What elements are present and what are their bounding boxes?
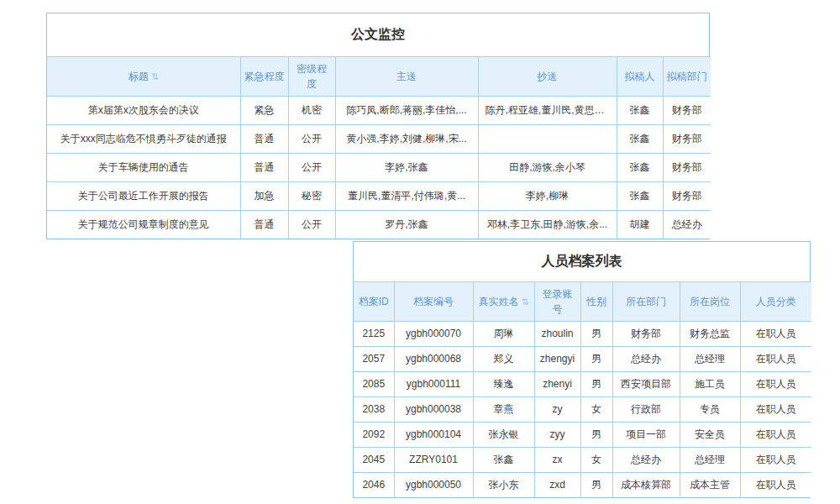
p-col-no: 档案编号 bbox=[394, 282, 473, 322]
p-cell-category: 在职人员 bbox=[740, 473, 811, 498]
p-cell-post: 成本主管 bbox=[680, 473, 740, 498]
p-cell-post: 专员 bbox=[680, 397, 740, 423]
personnel-header-row: 档案ID 档案编号 真实姓名⇅ 登录账号 性别 所在部门 所在岗位 人员分类 bbox=[354, 282, 811, 322]
doc-monitor-table: 标题⇅ 紧急程度 密级程度 主送 抄送 拟稿人 拟稿部门 第x届第x次股东会的决… bbox=[47, 57, 711, 239]
p-name-link[interactable]: 张小东 bbox=[473, 473, 534, 498]
p-cell-category: 在职人员 bbox=[740, 423, 811, 448]
doc-cell-dept: 财务部 bbox=[663, 154, 711, 182]
doc-cell-dept: 总经办 bbox=[663, 211, 711, 239]
p-name-link[interactable]: 郑义 bbox=[473, 347, 534, 372]
doc-cell-cc bbox=[478, 125, 617, 154]
p-cell-account: zx bbox=[534, 448, 580, 473]
p-col-name[interactable]: 真实姓名⇅ bbox=[473, 282, 534, 322]
doc-cell-cc: 邓林,李卫东,田静,游恢,余... bbox=[478, 211, 617, 239]
p-cell-account: zhengyi bbox=[534, 347, 580, 372]
doc-title-link[interactable]: 关于规范公司规章制度的意见 bbox=[47, 211, 240, 239]
p-name-link[interactable]: 章燕 bbox=[473, 397, 534, 423]
p-cell-gender: 男 bbox=[580, 423, 612, 448]
doc-cell-drafter: 张鑫 bbox=[617, 125, 663, 154]
p-cell-id: 2046 bbox=[354, 473, 394, 498]
p-name-link[interactable]: 张永银 bbox=[473, 423, 534, 448]
doc-title-link[interactable]: 关于xxx同志临危不惧勇斗歹徒的通报 bbox=[47, 125, 240, 154]
p-col-id: 档案ID bbox=[354, 282, 394, 322]
table-row: 2045 ZZRY0101 张鑫 zx 女 总经办 总经理 在职人员 bbox=[354, 448, 811, 473]
doc-col-security: 密级程度 bbox=[288, 57, 335, 97]
p-name-link[interactable]: 臻逸 bbox=[473, 372, 534, 397]
table-row: 关于公司最近工作开展的报告 加急 秘密 董川民,董清平,付伟璐,黄... 李婷,… bbox=[47, 182, 711, 211]
doc-cell-cc: 陈丹,程亚雄,董川民,黄思璐... bbox=[478, 97, 617, 125]
doc-cell-security: 公开 bbox=[288, 211, 335, 239]
doc-cell-security: 公开 bbox=[288, 154, 335, 182]
p-cell-post: 总经理 bbox=[680, 448, 740, 473]
p-cell-id: 2085 bbox=[354, 372, 394, 397]
doc-cell-urgency: 紧急 bbox=[240, 97, 288, 125]
table-row: 关于车辆使用的通告 普通 公开 李婷,张鑫 田静,游恢,余小琴 张鑫 财务部 bbox=[47, 154, 711, 182]
p-col-dept: 所在部门 bbox=[612, 282, 680, 322]
p-cell-account: zhenyi bbox=[534, 372, 580, 397]
doc-col-title[interactable]: 标题⇅ bbox=[47, 57, 240, 97]
doc-cell-dept: 财务部 bbox=[663, 125, 711, 154]
doc-cell-urgency: 普通 bbox=[240, 211, 288, 239]
doc-title-link[interactable]: 关于公司最近工作开展的报告 bbox=[47, 182, 240, 211]
p-cell-dept: 财务部 bbox=[612, 322, 680, 347]
p-cell-id: 2045 bbox=[354, 448, 394, 473]
p-col-post: 所在岗位 bbox=[680, 282, 740, 322]
table-row: 2057 ygbh000068 郑义 zhengyi 男 总经办 总经理 在职人… bbox=[354, 347, 811, 372]
sort-icon[interactable]: ⇅ bbox=[521, 297, 528, 307]
table-row: 2038 ygbh000038 章燕 zy 女 行政部 专员 在职人员 bbox=[354, 397, 811, 423]
p-cell-category: 在职人员 bbox=[740, 322, 811, 347]
p-cell-gender: 女 bbox=[580, 397, 612, 423]
doc-header-row: 标题⇅ 紧急程度 密级程度 主送 抄送 拟稿人 拟稿部门 bbox=[47, 57, 711, 97]
sort-icon[interactable]: ⇅ bbox=[151, 71, 159, 81]
doc-cell-mainsend: 陈巧凤,断郎,蒋丽,李佳怡,... bbox=[335, 97, 478, 125]
doc-col-title-label: 标题 bbox=[129, 71, 149, 82]
doc-cell-security: 秘密 bbox=[288, 182, 335, 211]
doc-cell-cc: 李婷,柳琳 bbox=[478, 182, 617, 211]
doc-cell-drafter: 胡建 bbox=[617, 211, 663, 239]
p-cell-category: 在职人员 bbox=[740, 347, 811, 372]
doc-title-link[interactable]: 第x届第x次股东会的决议 bbox=[47, 97, 240, 125]
doc-cell-urgency: 普通 bbox=[240, 154, 288, 182]
p-name-link[interactable]: 张鑫 bbox=[473, 448, 534, 473]
p-cell-post: 总经理 bbox=[680, 347, 740, 372]
table-row: 关于规范公司规章制度的意见 普通 公开 罗丹,张鑫 邓林,李卫东,田静,游恢,余… bbox=[47, 211, 711, 239]
doc-cell-dept: 财务部 bbox=[663, 97, 711, 125]
p-cell-post: 财务总监 bbox=[680, 322, 740, 347]
p-cell-category: 在职人员 bbox=[740, 397, 811, 423]
doc-cell-dept: 财务部 bbox=[663, 182, 711, 211]
doc-cell-security: 机密 bbox=[288, 97, 335, 125]
p-cell-id: 2092 bbox=[354, 423, 394, 448]
p-cell-no: ygbh000104 bbox=[394, 423, 473, 448]
p-col-category: 人员分类 bbox=[740, 282, 811, 322]
doc-cell-drafter: 张鑫 bbox=[617, 97, 663, 125]
table-row: 2046 ygbh000050 张小东 zxd 男 成本核算部 成本主管 在职人… bbox=[354, 473, 811, 498]
doc-col-dept: 拟稿部门 bbox=[663, 57, 711, 97]
personnel-list-title: 人员档案列表 bbox=[354, 242, 810, 282]
doc-cell-drafter: 张鑫 bbox=[617, 182, 663, 211]
doc-cell-mainsend: 李婷,张鑫 bbox=[335, 154, 478, 182]
table-row: 2085 ygbh000111 臻逸 zhenyi 男 西安项目部 施工员 在职… bbox=[354, 372, 811, 397]
p-cell-category: 在职人员 bbox=[740, 448, 811, 473]
p-cell-gender: 女 bbox=[580, 448, 612, 473]
table-row: 第x届第x次股东会的决议 紧急 机密 陈巧凤,断郎,蒋丽,李佳怡,... 陈丹,… bbox=[47, 97, 711, 125]
doc-cell-urgency: 普通 bbox=[240, 125, 288, 154]
p-cell-post: 施工员 bbox=[680, 372, 740, 397]
doc-col-cc: 抄送 bbox=[478, 57, 617, 97]
p-cell-id: 2125 bbox=[354, 322, 394, 347]
p-col-name-label: 真实姓名 bbox=[478, 296, 518, 307]
p-cell-id: 2057 bbox=[354, 347, 394, 372]
personnel-table: 档案ID 档案编号 真实姓名⇅ 登录账号 性别 所在部门 所在岗位 人员分类 2… bbox=[354, 282, 811, 497]
doc-col-urgency: 紧急程度 bbox=[240, 57, 288, 97]
doc-cell-mainsend: 罗丹,张鑫 bbox=[335, 211, 478, 239]
p-cell-dept: 成本核算部 bbox=[612, 473, 680, 498]
doc-cell-urgency: 加急 bbox=[240, 182, 288, 211]
doc-cell-mainsend: 董川民,董清平,付伟璐,黄... bbox=[335, 182, 478, 211]
p-col-gender: 性别 bbox=[580, 282, 612, 322]
p-cell-no: ygbh000070 bbox=[394, 322, 473, 347]
table-row: 2125 ygbh000070 周琳 zhoulin 男 财务部 财务总监 在职… bbox=[354, 322, 811, 347]
doc-cell-mainsend: 黄小强,李婷,刘健,柳琳,宋... bbox=[335, 125, 478, 154]
p-name-link[interactable]: 周琳 bbox=[473, 322, 534, 347]
doc-monitor-panel: 公文监控 标题⇅ 紧急程度 密级程度 主送 抄送 拟稿人 拟稿部门 第x届第x次… bbox=[46, 13, 710, 239]
doc-col-mainsend: 主送 bbox=[335, 57, 478, 97]
doc-title-link[interactable]: 关于车辆使用的通告 bbox=[47, 154, 240, 182]
